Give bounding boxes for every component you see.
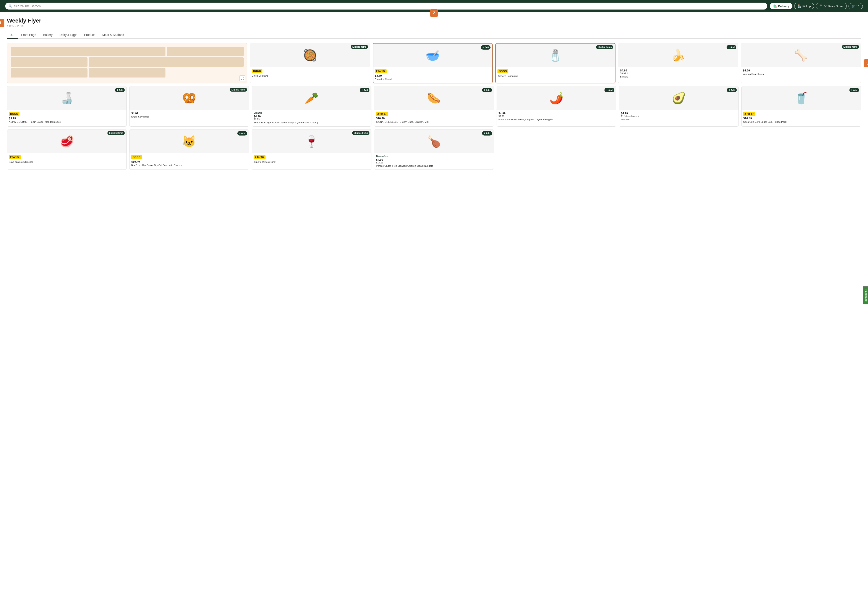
product-name: Kinder's Seasoning: [497, 74, 613, 78]
product-name: Avocado: [621, 118, 737, 121]
product-name: IAMS Healthy Senior Dry Cat Food with Ch…: [131, 164, 247, 167]
product-row-2: 🍶 Add BOGO $3.79 ASIAN GOURMET Hoisin Sa…: [7, 86, 861, 127]
add-badge[interactable]: Add: [849, 88, 859, 92]
add-badge[interactable]: Add: [727, 88, 737, 92]
product-name: Cheerios Cereal: [375, 78, 491, 81]
product-name: Frank's RedHot® Sauce, Original, Cayenne…: [499, 118, 614, 121]
location-button[interactable]: 📍 50 Beale Street: [816, 3, 847, 9]
tab-produce[interactable]: Produce: [81, 31, 99, 39]
price-main: $4.99: [621, 112, 737, 115]
product-card-cinco-de-mayo: 🥘 Eligible Items BOGO Cinco De Mayo: [250, 43, 370, 83]
eligible-badge: Eligible Items: [108, 131, 125, 135]
product-card-wine: 🍷 Eligible Items 2 for $7 Time to Wine &…: [252, 129, 371, 170]
add-badge[interactable]: Add: [115, 88, 125, 92]
feedback-tab[interactable]: Feedback: [863, 286, 868, 304]
product-name: Perdue Gluten Free Breaded Chicken Breas…: [376, 164, 492, 167]
product-card-corn-dogs: 🌭 Add 2 for $7 $10.49 SIGNATURE SELECTS …: [374, 86, 494, 127]
product-card-carrots: 🥕 Add Organic $4.99 $1.99 Beech-Nut Orga…: [252, 86, 371, 127]
product-name: Banana: [620, 75, 736, 78]
gluten-free-label: Gluten-Free: [376, 155, 492, 158]
add-badge[interactable]: Add: [604, 88, 614, 92]
product-name: Coca Cola Zero Sugar Cola, Fridge Pack: [743, 120, 859, 124]
product-name: Chips & Pretzels: [131, 115, 247, 118]
tab-bakery[interactable]: Bakery: [40, 31, 56, 39]
price-main: $3.79: [9, 117, 125, 120]
product-card-perdue: 🍗 Add Gluten-Free $4.99 $14.99 Perdue Gl…: [374, 129, 494, 170]
empty-cell-2: [619, 129, 739, 170]
pickup-button[interactable]: 🏪 Pickup: [794, 3, 814, 9]
main-content: 1 Weekly Flyer 11/05 - 11/10 All Front P…: [0, 12, 868, 177]
price-badge: 2 for $7: [9, 155, 21, 159]
add-badge[interactable]: Add: [360, 88, 369, 92]
price-badge: 2 for $7: [376, 112, 388, 116]
cart-icon: 🛒: [852, 4, 855, 8]
price-badge: 2 for $7: [743, 112, 755, 116]
empty-cell-3: [741, 129, 861, 170]
product-image-cheerios: 🥣: [373, 44, 493, 67]
tab-dairy-eggs[interactable]: Dairy & Eggs: [56, 31, 81, 39]
price-badge: BOGO: [497, 69, 508, 73]
price-main: $16.49: [743, 117, 859, 120]
price-sub: $14.99: [376, 161, 492, 164]
tab-all[interactable]: All: [7, 31, 18, 39]
price-main: $4.99: [499, 112, 614, 115]
add-badge[interactable]: Add: [482, 131, 492, 136]
annotation-badge-1: 1: [0, 19, 4, 27]
price-sub: $8.99 /lb: [620, 72, 736, 75]
page-dates: 11/05 - 11/10: [7, 25, 41, 28]
product-card-avocado: 🥑 Add $4.99 $1.18 each (est.) Avocado: [619, 86, 739, 127]
product-card-iams: 🐱 Add BOGO $19.49 IAMS Healthy Senior Dr…: [129, 129, 249, 170]
annotation-badge-2: 2: [430, 9, 438, 17]
tab-front-page[interactable]: Front Page: [18, 31, 40, 39]
price-badge: 2 for $7: [254, 155, 266, 159]
price-main: $4.99: [376, 158, 492, 161]
empty-cell-1: [497, 129, 616, 170]
product-card-franks: 🌶️ Add $4.99 $2.29 Frank's RedHot® Sauce…: [497, 86, 616, 127]
search-input[interactable]: [14, 4, 764, 8]
price-sub: $1.99: [254, 118, 369, 121]
eligible-badge: Eligible Items: [351, 45, 368, 49]
product-name: Beech-Nut Organic Just Carrots Stage 1 (…: [254, 121, 369, 124]
product-card-chips: 🥨 Eligible Items $4.99 Chips & Pretzels: [129, 86, 249, 127]
search-bar[interactable]: 🔍: [5, 3, 767, 10]
product-card-bison: 🥩 Eligible Items 2 for $7 Save on ground…: [7, 129, 127, 170]
add-badge[interactable]: Add: [238, 131, 247, 136]
product-name: ASIAN GOURMET Hoisin Sauce, Mandarin Sty…: [9, 120, 125, 124]
add-badge-cheerios[interactable]: Add: [481, 45, 490, 50]
price-sub: $2.29: [499, 115, 614, 118]
product-name: SIGNATURE SELECTS Corn Dogs, Chicken, Mi…: [376, 120, 492, 124]
eligible-badge: Eligible Items: [230, 88, 247, 91]
eligible-badge: Eligible Items: [596, 45, 613, 49]
eligible-badge: Eligible Items: [842, 45, 859, 49]
product-name: Save on ground meats!: [9, 161, 125, 164]
annotation-badge-3: 3: [864, 59, 868, 67]
price-badge: BOGO: [252, 69, 263, 73]
product-card-kinders: 🧂 Eligible Items BOGO Kinder's Seasoning: [495, 43, 616, 83]
product-name: Time to Wine & Dine!: [254, 161, 369, 164]
price-badge: BOGO: [131, 155, 142, 159]
add-badge-banana[interactable]: Add: [726, 45, 736, 49]
price-main: $4.99: [254, 115, 369, 118]
price-main: $3.79: [375, 74, 491, 77]
price-sub: $1.18 each (est.): [621, 115, 737, 118]
expand-button[interactable]: ⛶: [239, 75, 245, 81]
delivery-button[interactable]: 🛍️ Delivery: [770, 3, 793, 9]
eligible-badge: Eligible Items: [352, 131, 369, 135]
add-badge[interactable]: Add: [482, 88, 492, 92]
product-card-cheerios: 🥣 Add 2 for $7 $3.79 Cheerios Cereal: [373, 43, 493, 83]
location-icon: 📍: [819, 4, 823, 8]
tabs-bar: All Front Page Bakery Dairy & Eggs Produ…: [7, 31, 861, 39]
product-card-cola: 🥤 Add 2 for $7 $16.49 Coca Cola Zero Sug…: [741, 86, 861, 127]
price-main: $4.99: [131, 112, 247, 115]
product-name: Cinco De Mayo: [252, 74, 368, 77]
product-card-dog-chews: 🦴 Eligible Items $4.99 Various Dog Chews: [741, 43, 861, 83]
product-row-1: 3 ⛶ 🥘: [7, 43, 861, 83]
tab-meat-seafood[interactable]: Meat & Seafood: [99, 31, 128, 39]
page-title: Weekly Flyer: [7, 17, 41, 24]
cart-button[interactable]: 🛒 11: [849, 3, 863, 9]
price-badge: BOGO: [9, 112, 19, 116]
featured-image-placeholder: [7, 43, 247, 82]
product-card-banana: 🍌 Add $4.99 $8.99 /lb Banana: [618, 43, 738, 83]
search-icon: 🔍: [9, 4, 12, 8]
price-main: $10.49: [376, 117, 492, 120]
